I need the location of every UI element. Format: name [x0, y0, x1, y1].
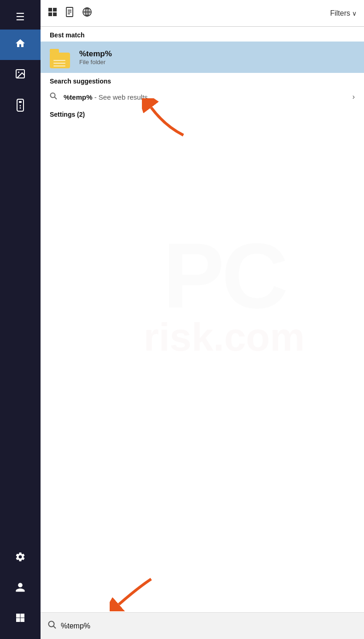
- search-input[interactable]: [61, 622, 357, 630]
- best-match-header: Best match: [41, 27, 364, 42]
- grid-icon[interactable]: [48, 7, 57, 19]
- empty-space: [41, 121, 364, 398]
- sidebar-item-start[interactable]: [0, 604, 41, 634]
- svg-point-22: [49, 621, 54, 627]
- sidebar: ☰: [0, 0, 41, 639]
- sidebar-item-remote[interactable]: [0, 90, 41, 123]
- document-icon[interactable]: [65, 7, 74, 19]
- chevron-down-icon: ∨: [352, 10, 357, 17]
- svg-point-19: [51, 93, 55, 98]
- search-icon: [50, 92, 57, 102]
- settings-section-header: Settings (2): [41, 106, 364, 121]
- settings-icon: [15, 551, 26, 565]
- best-match-text: %temp% File folder: [79, 49, 112, 66]
- search-suggestions-header: Search suggestions: [41, 73, 364, 88]
- photo-icon: [15, 68, 26, 82]
- suggestion-query: %temp%: [64, 93, 93, 101]
- svg-rect-3: [19, 101, 22, 103]
- chevron-right-icon: ›: [352, 93, 355, 101]
- suggestion-text: %temp% - See web results: [64, 93, 346, 101]
- account-icon: [15, 582, 26, 596]
- toolbar: Filters ∨: [41, 0, 364, 27]
- item-type: File folder: [79, 59, 112, 66]
- svg-rect-7: [53, 8, 57, 12]
- filters-label: Filters: [330, 9, 350, 18]
- svg-point-4: [20, 105, 21, 107]
- sidebar-item-account[interactable]: [0, 573, 41, 604]
- folder-icon: [50, 46, 72, 68]
- search-results: Best match %temp% File folder: [41, 27, 364, 612]
- svg-rect-6: [48, 8, 52, 12]
- item-name: %temp%: [79, 49, 112, 59]
- svg-point-5: [20, 107, 21, 109]
- svg-rect-9: [53, 12, 57, 16]
- suggestion-suffix: - See web results: [93, 93, 148, 101]
- best-match-item[interactable]: %temp% File folder: [41, 42, 364, 73]
- sidebar-bottom: [0, 543, 41, 639]
- suggestion-row[interactable]: %temp% - See web results ›: [41, 88, 364, 106]
- home-icon: [15, 38, 26, 52]
- svg-line-20: [55, 97, 57, 100]
- svg-line-23: [53, 626, 56, 628]
- svg-point-1: [18, 72, 19, 73]
- sidebar-item-photos[interactable]: [0, 60, 41, 90]
- remote-icon: [15, 99, 25, 114]
- main-panel: Filters ∨ Best match %temp% File folde: [41, 0, 364, 639]
- svg-rect-8: [48, 12, 52, 16]
- filters-button[interactable]: Filters ∨: [330, 9, 357, 18]
- sidebar-item-home[interactable]: [0, 30, 41, 60]
- windows-icon: [15, 612, 26, 626]
- sidebar-item-settings[interactable]: [0, 543, 41, 573]
- globe-icon[interactable]: [82, 7, 92, 19]
- search-bar-icon: [48, 621, 56, 631]
- hamburger-menu[interactable]: ☰: [0, 5, 41, 30]
- search-bar: [41, 612, 364, 639]
